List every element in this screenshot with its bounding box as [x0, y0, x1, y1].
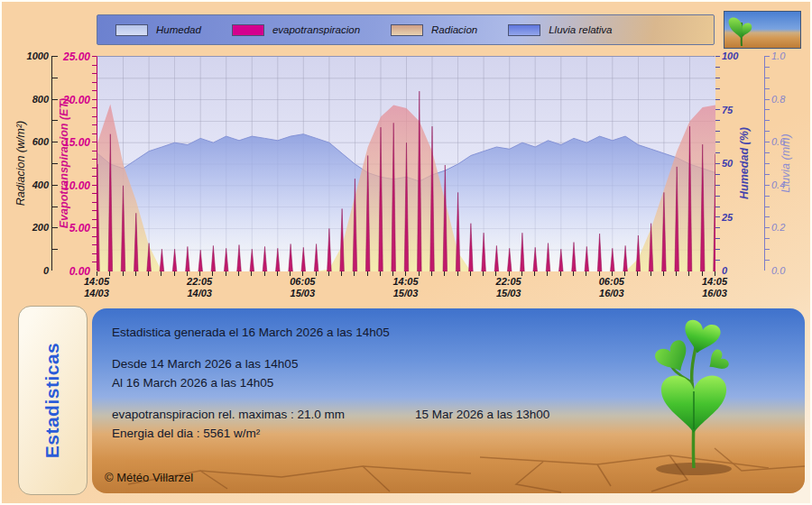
weather-chart-plot: [97, 56, 715, 271]
tick-label: 75: [722, 105, 745, 115]
legend-label: Lluvia relativa: [549, 24, 612, 35]
tick-label: 0.8: [771, 94, 797, 105]
tick-label: 5.00: [54, 222, 90, 234]
legend-item-lluvia-relativa: Lluvia relativa: [508, 24, 612, 36]
time-axis-label: 14:0514/03: [69, 276, 124, 299]
desert-thumbnail-image: [724, 11, 801, 49]
legend-item-radiacion: Radiacion: [391, 24, 477, 36]
tick-label: 0.0: [771, 265, 797, 276]
stats-from: Desde 14 March 2026 a las 14h05: [112, 356, 617, 372]
time-axis-label: 22:0514/03: [172, 276, 226, 299]
copyright-text: © Météo Villarzel: [105, 471, 193, 484]
time-axis-label: 06:0515/03: [275, 276, 329, 299]
tick-label: 0: [722, 265, 745, 276]
weather-station-dashboard: HumedadevapotranspiracionRadiacionLluvia…: [0, 0, 812, 505]
tick-label: 20.00: [54, 94, 90, 106]
tick-label: 1.0: [771, 50, 797, 61]
tick-label: 10.00: [54, 179, 90, 192]
tab-estadisticas-label: Estadisticas: [42, 343, 64, 459]
legend-swatch: [508, 24, 540, 36]
legend-swatch: [232, 24, 264, 36]
tick-label: 25.00: [54, 50, 90, 63]
stats-text-block: Estadistica generada el 16 March 2026 a …: [112, 325, 617, 445]
legend-label: Radiacion: [431, 24, 477, 35]
tick-label: 0.2: [771, 222, 797, 233]
evapotranspiration-tick-labels: 0.005.0010.0015.0020.0025.00: [54, 56, 90, 271]
stats-panel: Estadistica generada el 16 March 2026 a …: [92, 308, 805, 493]
time-axis-label: 22:0515/03: [482, 276, 536, 299]
tick-label: 400: [18, 179, 49, 190]
seedling-image: [638, 319, 755, 477]
legend-swatch: [391, 24, 423, 36]
time-axis-label: 06:0516/03: [585, 276, 639, 299]
tick-label: 100: [722, 50, 745, 61]
chart-legend: HumedadevapotranspiracionRadiacionLluvia…: [97, 14, 715, 45]
stats-to: Al 16 March 2026 a las 14h05: [112, 375, 617, 390]
tick-label: 15.00: [54, 136, 90, 149]
tick-label: 0: [18, 265, 49, 276]
tick-label: 600: [18, 136, 49, 147]
time-axis-label: 14:0516/03: [687, 276, 742, 299]
tick-label: 0.6: [771, 136, 797, 147]
tab-estadisticas[interactable]: Estadisticas: [18, 306, 88, 495]
legend-item-humedad: Humedad: [115, 24, 201, 36]
humidity-axis-ticks: [715, 56, 720, 271]
tick-label: 800: [18, 94, 49, 105]
tick-label: 50: [722, 158, 745, 169]
time-axis-label: 14:0515/03: [379, 276, 433, 299]
humidity-tick-labels: 0255075100: [722, 56, 745, 271]
tick-label: 200: [18, 222, 49, 233]
tick-label: 25: [722, 212, 745, 223]
tick-label: 1000: [18, 50, 49, 61]
legend-item-evapotranspiracion: evapotranspiracion: [232, 24, 360, 36]
legend-swatch: [115, 24, 148, 36]
rain-tick-labels: 0.00.20.40.60.81.0: [771, 56, 797, 271]
legend-label: Humedad: [156, 24, 201, 35]
stats-et-max: evapotranspiracion rel. maximas : 21.0 m…: [112, 407, 617, 422]
radiation-tick-labels: 02004006008001000: [18, 56, 49, 271]
seedling-icon: [728, 14, 755, 48]
stats-generated: Estadistica generada el 16 March 2026 a …: [112, 325, 617, 340]
stats-et-max-date: 15 Mar 2026 a las 13h00: [415, 407, 549, 422]
time-axis-labels: 14:0514/0322:0514/0306:0515/0314:0515/03…: [97, 276, 715, 303]
tick-label: 0.4: [771, 179, 797, 190]
legend-label: evapotranspiracion: [272, 24, 360, 35]
rain-axis-ticks: [764, 56, 770, 271]
stats-energy: Energia del dia : 5561 w/m²: [112, 426, 617, 441]
